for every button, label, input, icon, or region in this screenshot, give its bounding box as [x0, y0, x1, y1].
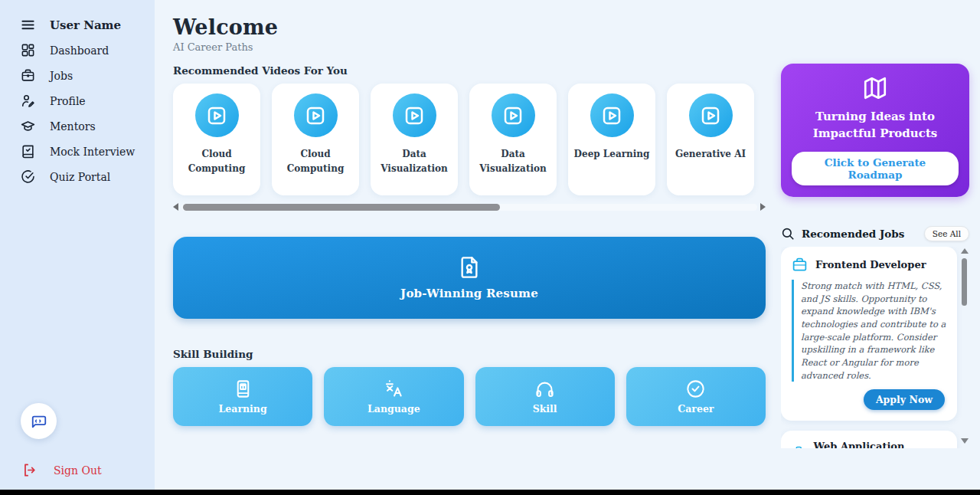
see-all-button[interactable]: See All	[924, 226, 969, 241]
video-card-label: Data Visualization	[371, 147, 458, 175]
video-card[interactable]: Data Visualization	[469, 84, 557, 195]
sidebar-item-label: Dashboard	[50, 44, 109, 57]
sidebar-item-label: Quiz Portal	[50, 171, 110, 183]
main-content: Welcome AI Career Paths Recommended Vide…	[155, 0, 781, 495]
skill-card-career[interactable]: Career	[626, 367, 766, 426]
roadmap-card-title: Turning Ideas into Impactful Products	[792, 109, 959, 143]
video-card-label: Cloud Computing	[173, 147, 260, 175]
chat-fab-button[interactable]	[21, 403, 57, 439]
video-card-label: Generative AI	[671, 147, 750, 162]
check-circle-icon	[685, 379, 706, 399]
roadmap-promo-card: Turning Ideas into Impactful Products Cl…	[781, 64, 969, 197]
sign-out-button[interactable]: Sign Out	[22, 463, 102, 477]
apply-now-button[interactable]: Apply Now	[864, 389, 945, 410]
skill-card-label: Language	[368, 403, 420, 415]
chat-bubble-icon	[31, 413, 47, 430]
skill-card-language[interactable]: Language	[324, 367, 463, 426]
skill-card-label: Learning	[219, 403, 267, 415]
page-title: Welcome	[173, 15, 766, 39]
skill-card-label: Skill	[533, 403, 557, 415]
video-card[interactable]: Cloud Computing	[173, 84, 260, 195]
jobs-header: Recomended Jobs See All	[781, 226, 969, 241]
skills-section-heading: Skill Building	[173, 348, 766, 360]
job-description: Strong match with HTML, CSS, and JS skil…	[792, 280, 946, 382]
hamburger-menu-icon[interactable]	[21, 18, 35, 32]
job-title: Frontend Developer	[815, 259, 926, 270]
scroll-up-arrow-icon[interactable]	[961, 248, 969, 254]
search-icon	[781, 227, 795, 241]
job-card-web-application-developer[interactable]: Web Application Developer Excellent fit …	[781, 431, 957, 448]
dashboard-grid-icon	[21, 43, 35, 57]
videos-horizontal-scrollbar	[173, 202, 766, 211]
jobs-vertical-scrollbar[interactable]	[959, 247, 969, 448]
scroll-right-arrow-icon[interactable]	[760, 203, 766, 211]
play-video-icon	[294, 93, 338, 137]
sidebar-item-profile[interactable]: Profile	[0, 88, 155, 113]
graduation-cap-icon	[21, 119, 35, 133]
sign-out-label: Sign Out	[54, 464, 102, 477]
skill-card-skill[interactable]: Skill	[475, 367, 615, 426]
vertical-scroll-thumb[interactable]	[962, 258, 967, 306]
sidebar-item-label: Mock Interview	[50, 146, 135, 158]
job-card-frontend-developer[interactable]: Frontend Developer Strong match with HTM…	[781, 247, 957, 421]
video-card-label: Cloud Computing	[272, 147, 359, 175]
check-circle-icon	[21, 169, 35, 184]
skill-card-row: Learning Language Skill Career	[173, 367, 766, 426]
video-card-label: Data Visualization	[469, 147, 557, 175]
videos-section-heading: Recommended Videos For You	[173, 64, 766, 77]
sidebar-item-label: Profile	[50, 95, 86, 107]
job-card-header: Web Application Developer	[792, 441, 946, 448]
horizontal-scroll-thumb[interactable]	[183, 204, 500, 211]
book-icon	[233, 379, 253, 399]
skill-card-learning[interactable]: Learning	[173, 367, 312, 426]
translate-icon	[384, 379, 404, 399]
video-card-row: Cloud Computing Cloud Computing Data Vis…	[173, 84, 766, 195]
sidebar-user-row[interactable]: User Name	[0, 12, 155, 38]
video-card[interactable]: Generative AI	[667, 84, 754, 195]
generate-roadmap-button[interactable]: Click to Generate Roadmap	[792, 152, 959, 185]
scroll-down-arrow-icon[interactable]	[961, 438, 969, 444]
briefcase-icon	[792, 444, 806, 448]
map-icon	[862, 75, 888, 101]
jobs-scroll-panel: Frontend Developer Strong match with HTM…	[781, 247, 969, 448]
page-subtitle: AI Career Paths	[173, 41, 766, 53]
jobs-section-heading: Recomended Jobs	[802, 228, 904, 240]
video-card-label: Deep Learning	[570, 147, 655, 162]
video-card[interactable]: Deep Learning	[568, 84, 655, 195]
bottom-black-bar	[0, 490, 980, 495]
user-edit-icon	[21, 93, 35, 108]
play-video-icon	[689, 93, 733, 137]
sidebar-item-dashboard[interactable]: Dashboard	[0, 38, 155, 63]
briefcase-icon	[21, 68, 35, 83]
video-card[interactable]: Data Visualization	[371, 84, 458, 195]
resume-banner-label: Job-Winning Resume	[400, 287, 538, 300]
sidebar: User Name Dashboard Jobs Profile Mentors…	[0, 0, 155, 490]
job-card-header: Frontend Developer	[792, 257, 946, 273]
job-winning-resume-banner[interactable]: Job-Winning Resume	[173, 237, 766, 319]
right-panel: Turning Ideas into Impactful Products Cl…	[781, 0, 980, 495]
sidebar-item-quiz-portal[interactable]: Quiz Portal	[0, 164, 155, 189]
play-video-icon	[393, 93, 436, 137]
skill-card-label: Career	[678, 403, 714, 415]
resume-file-award-icon	[457, 255, 482, 280]
user-name-label: User Name	[50, 18, 121, 32]
briefcase-icon	[792, 257, 808, 273]
book-check-icon	[21, 144, 35, 159]
play-video-icon	[492, 93, 535, 137]
scroll-left-arrow-icon[interactable]	[173, 203, 178, 211]
play-video-icon	[195, 93, 239, 137]
job-title: Web Application Developer	[814, 441, 946, 448]
sidebar-item-mock-interview[interactable]: Mock Interview	[0, 139, 155, 164]
sidebar-item-mentors[interactable]: Mentors	[0, 113, 155, 139]
horizontal-scroll-track[interactable]	[181, 204, 757, 211]
sidebar-item-label: Mentors	[50, 120, 96, 133]
headphones-icon	[534, 379, 555, 399]
play-video-icon	[590, 93, 634, 137]
sidebar-item-jobs[interactable]: Jobs	[0, 63, 155, 88]
sidebar-item-label: Jobs	[50, 70, 73, 82]
video-card[interactable]: Cloud Computing	[272, 84, 359, 195]
logout-icon	[22, 463, 37, 477]
